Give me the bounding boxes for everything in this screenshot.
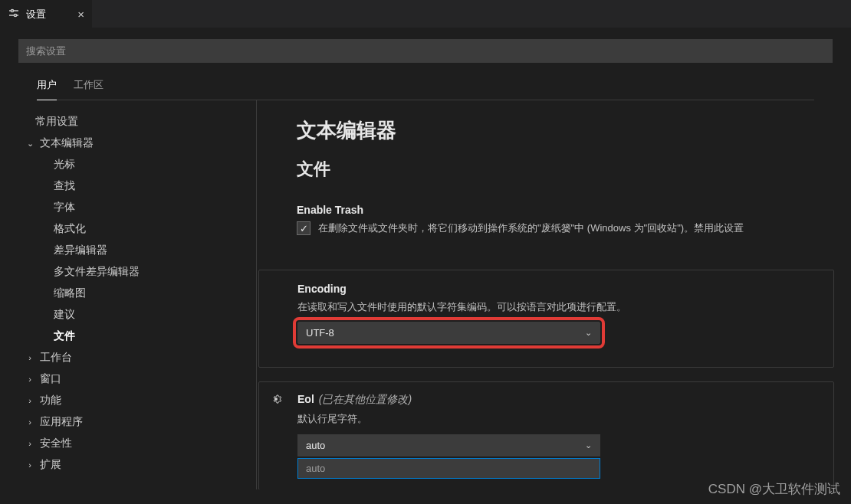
- settings-icon: [8, 7, 20, 21]
- modified-badge: (已在其他位置修改): [319, 393, 412, 405]
- sub-section-title: 文件: [297, 158, 851, 181]
- tab-bar-empty: [92, 0, 851, 28]
- chevron-right-icon: ›: [25, 396, 35, 405]
- close-icon[interactable]: ×: [77, 8, 84, 21]
- chevron-down-icon: ⌄: [25, 139, 35, 149]
- scope-tabs: 用户 工作区: [37, 69, 814, 100]
- toc-item-features[interactable]: ›功能: [18, 390, 256, 411]
- setting-label: Enable Trash: [297, 204, 851, 216]
- toc-item-text-editor[interactable]: ⌄文本编辑器: [18, 133, 256, 154]
- settings-toc: 常用设置 ⌄文本编辑器 光标 查找 字体 格式化 差异编辑器 多文件差异编辑器 …: [0, 100, 257, 489]
- svg-point-3: [14, 14, 16, 16]
- toc-item-application[interactable]: ›应用程序: [18, 411, 256, 433]
- setting-label: Encoding: [297, 283, 821, 295]
- toc-item-workbench[interactable]: ›工作台: [18, 347, 256, 368]
- section-title: 文本编辑器: [297, 117, 851, 144]
- toc-item-minimap[interactable]: 缩略图: [18, 283, 256, 304]
- select-value: UTF-8: [306, 327, 334, 339]
- eol-select[interactable]: auto ⌄: [297, 434, 600, 457]
- toc-item-suggest[interactable]: 建议: [18, 304, 256, 326]
- chevron-right-icon: ›: [25, 417, 35, 427]
- setting-description: 在删除文件或文件夹时，将它们移动到操作系统的"废纸篓"中 (Windows 为"…: [318, 221, 744, 236]
- setting-eol: Eol(已在其他位置修改) 默认行尾字符。 auto ⌄ auto: [258, 381, 834, 489]
- chevron-right-icon: ›: [25, 439, 35, 448]
- settings-search-input[interactable]: [18, 39, 833, 63]
- chevron-right-icon: ›: [25, 375, 35, 384]
- settings-tab[interactable]: 设置 ×: [0, 0, 92, 28]
- chevron-down-icon: ⌄: [585, 328, 592, 338]
- toc-item-common[interactable]: 常用设置: [18, 111, 256, 133]
- setting-enable-trash: Enable Trash ✓ 在删除文件或文件夹时，将它们移动到操作系统的"废纸…: [297, 204, 851, 244]
- toc-item-find[interactable]: 查找: [18, 175, 256, 197]
- toc-item-cursor[interactable]: 光标: [18, 154, 256, 175]
- scope-tab-workspace[interactable]: 工作区: [74, 78, 104, 100]
- encoding-select[interactable]: UTF-8 ⌄: [297, 322, 600, 344]
- chevron-right-icon: ›: [25, 460, 35, 470]
- setting-description: 在读取和写入文件时使用的默认字符集编码。可以按语言对此项进行配置。: [297, 299, 821, 315]
- tab-title: 设置: [26, 8, 46, 21]
- toc-item-multidiff[interactable]: 多文件差异编辑器: [18, 261, 256, 283]
- chevron-right-icon: ›: [25, 353, 35, 362]
- enable-trash-checkbox[interactable]: ✓: [297, 221, 310, 235]
- svg-point-1: [11, 9, 13, 11]
- editor-tab-bar: 设置 ×: [0, 0, 851, 28]
- eol-option-auto[interactable]: auto: [297, 458, 600, 479]
- settings-content: 文本编辑器 文件 Enable Trash ✓ 在删除文件或文件夹时，将它们移动…: [257, 100, 851, 489]
- toc-item-font[interactable]: 字体: [18, 197, 256, 218]
- gear-icon[interactable]: [270, 393, 282, 407]
- toc-item-security[interactable]: ›安全性: [18, 433, 256, 454]
- select-value: auto: [306, 440, 325, 451]
- toc-item-diff[interactable]: 差异编辑器: [18, 240, 256, 261]
- toc-item-format[interactable]: 格式化: [18, 218, 256, 240]
- scope-tab-user[interactable]: 用户: [37, 78, 57, 100]
- setting-label: Eol(已在其他位置修改): [297, 393, 821, 407]
- toc-item-window[interactable]: ›窗口: [18, 368, 256, 390]
- chevron-down-icon: ⌄: [585, 440, 592, 450]
- toc-item-extensions[interactable]: ›扩展: [18, 454, 256, 476]
- setting-description: 默认行尾字符。: [297, 411, 821, 427]
- setting-encoding: Encoding 在读取和写入文件时使用的默认字符集编码。可以按语言对此项进行配…: [258, 270, 834, 368]
- toc-item-files[interactable]: 文件: [18, 326, 256, 347]
